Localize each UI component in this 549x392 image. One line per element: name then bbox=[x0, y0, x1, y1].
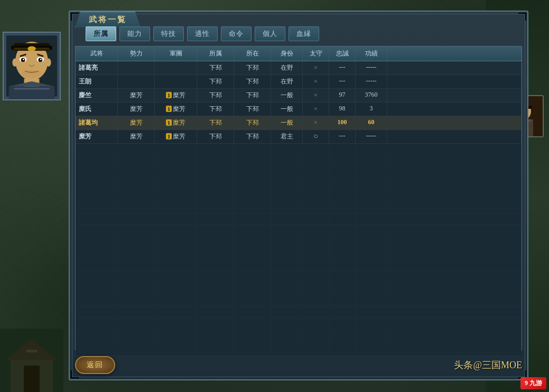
name-cell: 糜氏 bbox=[76, 102, 118, 116]
table-row[interactable]: 糜芳 糜芳 1糜芳 下邳 下邳 君主 ○ --- ----- bbox=[76, 130, 522, 144]
extra-cell bbox=[387, 130, 522, 143]
army-cell: 1糜芳 bbox=[155, 89, 197, 102]
table-row[interactable]: 麋竺 糜芳 1糜芳 下邳 下邳 一般 × 97 3760 bbox=[76, 89, 522, 102]
col-taishu: 太守 bbox=[303, 46, 329, 61]
svg-point-29 bbox=[22, 70, 42, 78]
svg-point-31 bbox=[46, 59, 51, 67]
extra-cell bbox=[387, 61, 522, 74]
loc-cell: 下邳 bbox=[234, 116, 271, 129]
tab-orders[interactable]: 命令 bbox=[221, 26, 252, 41]
tab-personal[interactable]: 個人 bbox=[255, 26, 285, 41]
svg-point-30 bbox=[12, 59, 17, 67]
col-loyalty: 忠誠 bbox=[329, 46, 356, 61]
taishu-cell: × bbox=[303, 89, 329, 102]
extra-cell bbox=[387, 102, 522, 116]
tab-ability[interactable]: 能力 bbox=[119, 26, 150, 41]
loyalty-cell: 98 bbox=[329, 102, 356, 116]
faction-cell: 糜芳 bbox=[118, 89, 155, 102]
army-cell bbox=[155, 75, 197, 88]
corner-tr bbox=[518, 13, 526, 21]
name-cell: 諸葛均 bbox=[76, 116, 118, 129]
table-row[interactable]: 王朗 下邳 下邳 在野 × --- ----- bbox=[76, 75, 522, 89]
faction-cell bbox=[118, 61, 155, 74]
loc-cell: 下邳 bbox=[234, 130, 271, 143]
taishu-cell: × bbox=[303, 102, 329, 116]
tab-affiliation[interactable]: 所属 bbox=[86, 26, 116, 41]
loyalty-cell: --- bbox=[329, 61, 356, 74]
empty-row bbox=[76, 272, 522, 283]
empty-row bbox=[76, 190, 522, 202]
empty-row bbox=[76, 248, 522, 260]
table-row[interactable]: 諸葛均 糜芳 1糜芳 下邳 下邳 一般 × 100 60 bbox=[76, 116, 522, 130]
tab-skills[interactable]: 特技 bbox=[153, 26, 184, 41]
empty-row bbox=[76, 225, 522, 237]
col-general: 武将 bbox=[76, 46, 118, 61]
empty-row bbox=[76, 318, 522, 330]
status-cell: 一般 bbox=[271, 116, 303, 129]
empty-row bbox=[76, 295, 522, 306]
taishu-cell: × bbox=[303, 61, 329, 74]
army-cell: 1糜芳 bbox=[155, 102, 197, 116]
left-general-portrait bbox=[3, 32, 61, 100]
status-cell: 君主 bbox=[271, 130, 303, 143]
faction-cell: 糜芳 bbox=[118, 116, 155, 129]
status-cell: 在野 bbox=[271, 75, 303, 88]
col-faction: 勢力 bbox=[118, 46, 155, 61]
loc-cell: 下邳 bbox=[234, 61, 271, 74]
empty-row bbox=[76, 260, 522, 272]
empty-row bbox=[76, 155, 522, 167]
svg-point-27 bbox=[23, 59, 24, 60]
tab-bar: 所属 能力 特技 適性 命令 個人 血縁 bbox=[80, 22, 517, 45]
army-cell: 1糜芳 bbox=[155, 116, 197, 129]
tab-bloodline[interactable]: 血縁 bbox=[289, 26, 319, 41]
merit-cell: 3760 bbox=[356, 89, 387, 102]
extra-cell bbox=[387, 89, 522, 102]
general-table: 武将 勢力 軍團 所属 所在 身份 太守 忠誠 功績 諸葛亮 下邳 下邳 在野 … bbox=[75, 46, 522, 350]
svg-rect-15 bbox=[26, 350, 37, 352]
affil-cell: 下邳 bbox=[197, 89, 234, 102]
loc-cell: 下邳 bbox=[234, 75, 271, 88]
table-row[interactable]: 糜氏 糜芳 1糜芳 下邳 下邳 一般 × 98 3 bbox=[76, 102, 522, 116]
merit-cell: ----- bbox=[356, 75, 387, 88]
jiuyou-logo: 9 九游 bbox=[520, 377, 546, 389]
army-cell: 1糜芳 bbox=[155, 130, 197, 143]
loc-cell: 下邳 bbox=[234, 89, 271, 102]
faction-cell: 糜芳 bbox=[118, 102, 155, 116]
table-row[interactable]: 諸葛亮 下邳 下邳 在野 × --- ----- bbox=[76, 61, 522, 75]
col-extra bbox=[387, 46, 522, 61]
svg-rect-14 bbox=[24, 366, 40, 392]
watermark-text: 头条@三国MOE bbox=[454, 359, 522, 371]
empty-row bbox=[76, 237, 522, 248]
name-cell: 王朗 bbox=[76, 75, 118, 88]
empty-row bbox=[76, 330, 522, 341]
empty-row bbox=[76, 306, 522, 318]
merit-cell: 60 bbox=[356, 116, 387, 129]
extra-cell bbox=[387, 75, 522, 88]
loc-cell: 下邳 bbox=[234, 102, 271, 116]
return-button[interactable]: 返回 bbox=[75, 356, 115, 374]
extra-cell bbox=[387, 116, 522, 129]
status-cell: 在野 bbox=[271, 61, 303, 74]
name-cell: 麋竺 bbox=[76, 89, 118, 102]
name-cell: 糜芳 bbox=[76, 130, 118, 143]
name-cell: 諸葛亮 bbox=[76, 61, 118, 74]
svg-point-28 bbox=[40, 59, 42, 60]
affil-cell: 下邳 bbox=[197, 75, 234, 88]
empty-row bbox=[76, 341, 522, 353]
col-location: 所在 bbox=[234, 46, 271, 61]
col-army: 軍團 bbox=[155, 46, 197, 61]
merit-cell: ----- bbox=[356, 130, 387, 143]
status-cell: 一般 bbox=[271, 89, 303, 102]
affil-cell: 下邳 bbox=[197, 116, 234, 129]
status-cell: 一般 bbox=[271, 102, 303, 116]
loyalty-cell: --- bbox=[329, 75, 356, 88]
loyalty-cell: --- bbox=[329, 130, 356, 143]
empty-rows bbox=[76, 144, 522, 355]
svg-rect-35 bbox=[14, 88, 49, 89]
empty-row bbox=[76, 202, 522, 213]
merit-cell: ----- bbox=[356, 61, 387, 74]
bottom-left-area bbox=[0, 329, 63, 392]
affil-cell: 下邳 bbox=[197, 102, 234, 116]
svg-point-22 bbox=[27, 46, 35, 51]
tab-aptitude[interactable]: 適性 bbox=[187, 26, 218, 41]
